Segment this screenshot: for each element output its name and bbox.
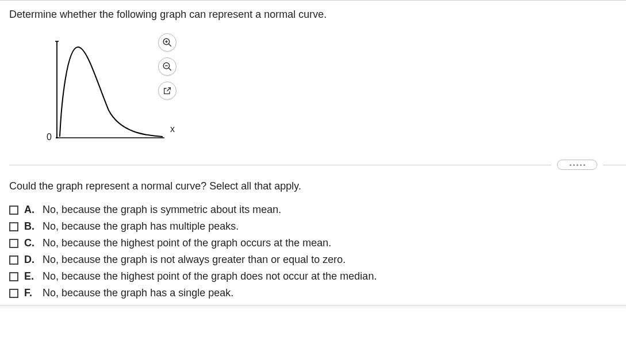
x-axis-label: x [170, 124, 175, 134]
option-letter: D. [24, 254, 37, 266]
checkbox-a[interactable] [9, 206, 18, 215]
question-text: Determine whether the following graph ca… [9, 9, 626, 21]
option-letter: A. [24, 204, 37, 216]
figure-row: 0 x [24, 31, 626, 146]
option-e: E. No, because the highest point of the … [9, 270, 626, 282]
option-b: B. No, because the graph has multiple pe… [9, 220, 626, 233]
checkbox-b[interactable] [9, 222, 18, 231]
option-d: D. No, because the graph is not always g… [9, 254, 626, 266]
bottom-edge [0, 305, 626, 309]
options-list: A. No, because the graph is symmetric ab… [9, 204, 626, 299]
option-text: No, because the graph is not always grea… [43, 254, 345, 266]
option-c: C. No, because the highest point of the … [9, 237, 626, 249]
option-letter: E. [24, 270, 37, 282]
option-letter: F. [24, 287, 37, 299]
resize-grip[interactable] [557, 160, 597, 170]
option-text: No, because the graph has multiple peaks… [43, 220, 239, 233]
question-container: Determine whether the following graph ca… [0, 0, 626, 317]
option-text: No, because the highest point of the gra… [43, 270, 377, 282]
option-letter: C. [24, 237, 37, 249]
checkbox-f[interactable] [9, 289, 18, 298]
divider-line [603, 165, 626, 165]
option-text: No, because the graph has a single peak. [43, 287, 233, 299]
option-letter: B. [24, 220, 37, 233]
zero-label: 0 [47, 132, 52, 142]
option-text: No, because the highest point of the gra… [43, 237, 331, 249]
subquestion-text: Could the graph represent a normal curve… [9, 180, 626, 192]
graph-box: 0 x [24, 31, 150, 146]
checkbox-e[interactable] [9, 272, 18, 281]
option-text: No, because the graph is symmetric about… [43, 204, 281, 216]
option-a: A. No, because the graph is symmetric ab… [9, 204, 626, 216]
checkbox-d[interactable] [9, 255, 18, 265]
divider-line [9, 165, 551, 165]
checkbox-c[interactable] [9, 239, 18, 248]
section-divider [9, 160, 626, 170]
option-f: F. No, because the graph has a single pe… [9, 287, 626, 299]
